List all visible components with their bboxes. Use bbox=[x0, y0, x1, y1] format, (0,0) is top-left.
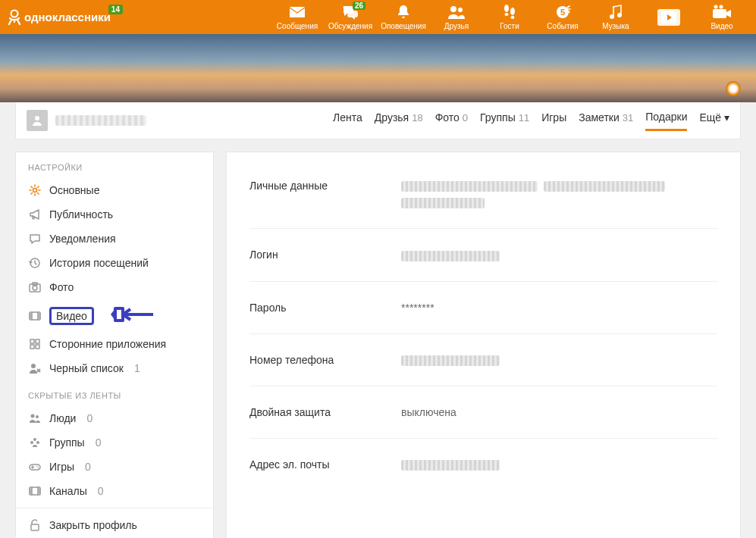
settings-row[interactable]: Адрес эл. почты bbox=[249, 439, 717, 490]
sidebar-item-count: 1 bbox=[134, 362, 140, 374]
sidebar-item[interactable]: Сторонние приложения bbox=[16, 332, 213, 356]
profile-tab-label: Игры bbox=[541, 111, 566, 124]
profile-tab-count: 0 bbox=[463, 112, 468, 124]
topbar-item-play[interactable] bbox=[642, 0, 695, 34]
topbar-item-mail[interactable]: Сообщения bbox=[271, 0, 324, 34]
sidebar-item[interactable]: Фото bbox=[16, 275, 213, 299]
topbar-item-calendar[interactable]: 5События bbox=[536, 0, 589, 34]
sidebar-item[interactable]: Уведомления bbox=[16, 227, 213, 251]
gear-icon bbox=[28, 184, 42, 196]
camera-icon bbox=[712, 4, 732, 20]
profile-tab-label: Лента bbox=[333, 111, 362, 124]
footprints-icon bbox=[501, 4, 518, 20]
topbar-item-footprints[interactable]: Гости bbox=[483, 0, 536, 34]
topbar-item-label: Музыка bbox=[602, 22, 629, 30]
svg-point-7 bbox=[511, 16, 515, 19]
profile-tab[interactable]: Друзья 18 bbox=[375, 111, 423, 131]
svg-point-27 bbox=[31, 364, 36, 368]
topbar-item-label: Сообщения bbox=[277, 22, 318, 30]
topbar-item-people[interactable]: Друзья bbox=[430, 0, 483, 34]
svg-point-29 bbox=[36, 415, 39, 418]
settings-row-label: Логин bbox=[249, 249, 401, 261]
profile-tab[interactable]: Подарки bbox=[645, 111, 687, 131]
sidebar-item[interactable]: Черный список1 bbox=[16, 356, 213, 380]
settings-row-value: выключена bbox=[401, 406, 456, 418]
person-icon bbox=[31, 114, 43, 127]
profile-tab[interactable]: Фото 0 bbox=[435, 111, 468, 131]
redacted-value bbox=[401, 355, 500, 366]
avatar[interactable] bbox=[27, 110, 48, 131]
topbar-item-label: Обсуждения bbox=[328, 22, 372, 30]
profile-tab-count: 31 bbox=[623, 112, 633, 124]
svg-point-20 bbox=[33, 286, 37, 290]
profile-tab-label: Подарки bbox=[645, 111, 687, 123]
sidebar-item-count: 0 bbox=[86, 412, 93, 424]
main: НАСТРОЙКИ ОсновныеПубличностьУведомления… bbox=[15, 152, 741, 538]
svg-point-35 bbox=[38, 468, 39, 469]
sidebar-item[interactable]: Каналы0 bbox=[16, 479, 213, 503]
profile-tab-label: Ещё ▾ bbox=[699, 111, 729, 124]
calendar-icon: 5 bbox=[554, 4, 571, 20]
chat2-icon bbox=[28, 233, 42, 245]
svg-point-2 bbox=[450, 6, 456, 12]
sidebar-item[interactable]: Основные bbox=[16, 178, 213, 202]
profile-tab[interactable]: Игры bbox=[541, 111, 566, 131]
settings-row[interactable]: Пароль******** bbox=[249, 282, 717, 334]
profile-tab[interactable]: Заметки 31 bbox=[579, 111, 633, 131]
sidebar-item[interactable]: История посещений bbox=[16, 251, 213, 275]
topbar-item-label: Гости bbox=[500, 22, 519, 30]
puzzle-icon bbox=[28, 338, 42, 350]
svg-point-0 bbox=[11, 10, 18, 17]
groups-icon bbox=[28, 436, 42, 449]
arrow-annotation bbox=[109, 305, 155, 326]
sidebar-item-label: Основные bbox=[49, 184, 99, 196]
sidebar-item[interactable]: Видео bbox=[16, 299, 213, 332]
sidebar-heading-settings: НАСТРОЙКИ bbox=[16, 152, 213, 178]
profile-tab-label: Фото bbox=[435, 111, 460, 124]
sidebar-item[interactable]: Игры0 bbox=[16, 455, 213, 479]
film-icon bbox=[28, 310, 42, 322]
sidebar-heading-hidden: СКРЫТЫЕ ИЗ ЛЕНТЫ bbox=[16, 380, 213, 406]
svg-point-11 bbox=[617, 13, 622, 17]
divider bbox=[16, 508, 213, 508]
sidebar-item[interactable]: Группы0 bbox=[16, 430, 213, 455]
profile-tab[interactable]: Ещё ▾ bbox=[699, 111, 729, 131]
settings-row[interactable]: Личные данные bbox=[249, 160, 717, 229]
settings-row[interactable]: Двойная защитавыключена bbox=[249, 386, 717, 439]
play-icon bbox=[657, 9, 680, 26]
settings-row[interactable]: Номер телефона bbox=[249, 334, 717, 386]
megaphone-icon bbox=[28, 208, 42, 221]
topbar-item-music[interactable]: Музыка bbox=[589, 0, 642, 34]
gamepad-icon bbox=[28, 461, 42, 473]
settings-row[interactable]: Логин bbox=[249, 229, 717, 281]
sidebar-item-label: Игры bbox=[49, 461, 74, 473]
svg-point-5 bbox=[505, 13, 509, 16]
svg-point-17 bbox=[33, 189, 37, 192]
svg-point-28 bbox=[31, 414, 35, 418]
sidebar-item-label: Группы bbox=[49, 436, 85, 449]
ok-logo-icon bbox=[8, 9, 21, 26]
topbar-item-chat[interactable]: Обсуждения26 bbox=[324, 0, 377, 34]
sidebar-item-count: 0 bbox=[96, 436, 102, 449]
profile-cover bbox=[0, 34, 756, 102]
sidebar-item-label: История посещений bbox=[49, 257, 149, 269]
sidebar-item[interactable]: Люди0 bbox=[16, 406, 213, 430]
sidebar-item-count: 0 bbox=[98, 485, 104, 497]
svg-rect-1 bbox=[290, 7, 305, 17]
brand-logo[interactable]: одноклассники 14 bbox=[8, 9, 111, 26]
profile-tab-label: Друзья bbox=[375, 111, 409, 124]
settings-row-label: Адрес эл. почты bbox=[249, 458, 401, 471]
sidebar-item[interactable]: Публичность bbox=[16, 202, 213, 227]
settings-row-label: Личные данные bbox=[249, 180, 401, 192]
topbar-item-camera[interactable]: Видео bbox=[695, 0, 748, 34]
topbar-item-bell[interactable]: Оповещения bbox=[377, 0, 430, 34]
sidebar-close-profile[interactable]: Закрыть профиль bbox=[16, 513, 213, 537]
topbar-nav: СообщенияОбсуждения26ОповещенияДрузьяГос… bbox=[271, 0, 748, 34]
profile-tab[interactable]: Группы 11 bbox=[480, 111, 529, 131]
sidebar-item-count: 0 bbox=[85, 461, 91, 473]
profile-tab[interactable]: Лента bbox=[333, 111, 362, 131]
sidebar-item-label: Сторонние приложения bbox=[49, 338, 166, 350]
svg-text:5: 5 bbox=[560, 8, 565, 17]
topbar: одноклассники 14 СообщенияОбсуждения26Оп… bbox=[0, 0, 756, 34]
sidebar-item-label: Публичность bbox=[49, 208, 113, 221]
